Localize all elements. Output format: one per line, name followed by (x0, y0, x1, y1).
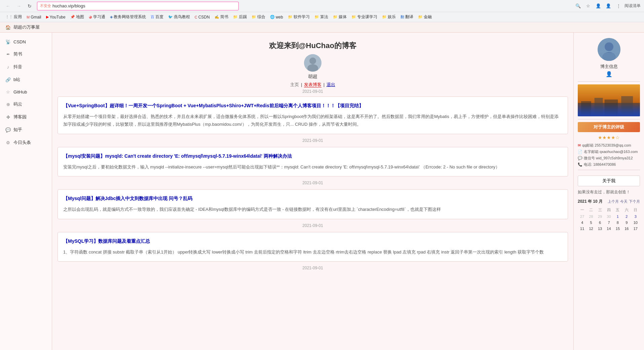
cal-day-1[interactable]: 1 (613, 213, 622, 220)
cal-day-7[interactable]: 7 (604, 220, 613, 226)
cal-day-2[interactable]: 2 (622, 213, 631, 220)
profile-icon[interactable]: 👤 (594, 2, 602, 10)
bookmark-youtube[interactable]: ▶ YouTube (44, 14, 68, 21)
welcome-date: 2021-09-01 (58, 89, 568, 94)
cal-day-13[interactable]: 13 (596, 226, 604, 232)
cal-day-9[interactable]: 9 (622, 220, 631, 226)
security-warning: 不安全 (40, 3, 51, 8)
weekday-wed: 三 (596, 206, 604, 213)
cal-day-8[interactable]: 8 (613, 220, 622, 226)
right-sidebar: 博主信息 👤 (573, 33, 644, 350)
bookmark-professional[interactable]: 📁 专业课学习 (349, 13, 379, 21)
cal-day-14[interactable]: 14 (604, 226, 613, 232)
bookmark-media[interactable]: 📁 媒体 (331, 13, 349, 21)
bookmark-apps[interactable]: ⋮⋮ 应用 (3, 13, 24, 21)
bookmark-csdn[interactable]: C CSDN (193, 14, 212, 21)
bookmark-map[interactable]: 📌 地图 (68, 13, 86, 21)
address-bar[interactable]: 不安全 huchao.vip/blogs (37, 2, 239, 10)
article-title-0[interactable]: 【Vue+SpringBoot】超详细！一周开发一个SpringBoot + V… (63, 102, 562, 109)
cal-day-27[interactable]: 27 (578, 213, 586, 220)
cal-day-16[interactable]: 16 (622, 226, 631, 232)
sidebar-label-github: GitHub (13, 89, 27, 94)
cal-day-6[interactable]: 6 (596, 220, 604, 226)
bookmark-xuetong[interactable]: ◕ 学习通 (87, 13, 107, 21)
search-icon[interactable]: 🔍 (574, 2, 582, 10)
sidebar-label-douyin: 抖音 (13, 64, 22, 70)
sidebar-item-github[interactable]: ☆ GitHub (0, 86, 52, 98)
cal-day-11[interactable]: 11 (578, 226, 586, 232)
divider-3 (578, 170, 640, 170)
bookmark-jwgl[interactable]: ◈ 教务网络管理系统 (108, 13, 148, 21)
bookmark-web[interactable]: 🌐 web (268, 14, 285, 21)
youtube-icon: ▶ (46, 15, 49, 19)
baidu-icon: 百 (151, 14, 154, 20)
translate-icon: 翻 (401, 14, 404, 20)
article-title-2[interactable]: 【Mysql问题】解决Jdbc插入中文到数据库中出现 问号？乱码 (63, 195, 562, 202)
sidebar-item-gitee[interactable]: ⊕ 码云 (0, 98, 52, 111)
cal-day-4[interactable]: 4 (578, 220, 586, 226)
bookmark-entertainment[interactable]: 📁 娱乐 (380, 13, 398, 21)
bookmark-runoob[interactable]: 🐦 燕鸟教程 (166, 13, 192, 21)
post-link[interactable]: 发表博客 (304, 82, 321, 87)
cal-day-12[interactable]: 12 (586, 226, 595, 232)
exit-link[interactable]: 退出 (327, 82, 335, 87)
prev-month-button[interactable]: 上个月 (608, 199, 619, 204)
cal-day-10[interactable]: 10 (631, 220, 640, 226)
account-icon[interactable]: 👤 (604, 2, 612, 10)
cal-day-30[interactable]: 30 (604, 213, 613, 220)
forward-button[interactable]: → (14, 1, 24, 11)
author-name: 胡超 (58, 74, 568, 80)
about-button[interactable]: 关于我 (578, 176, 640, 186)
rating-title: 对于博主的评级 (578, 122, 640, 132)
home-link[interactable]: 主页 (290, 82, 299, 87)
sidebar-item-douyin[interactable]: ♪ 抖音 (0, 61, 52, 73)
svg-rect-9 (581, 101, 591, 116)
bookmark-algo[interactable]: 📁 算法 (312, 13, 330, 21)
sidebar-item-bilibili[interactable]: 🔗 b站 (0, 73, 52, 86)
weekday-sat: 六 (622, 206, 631, 213)
today-button[interactable]: 今天 (620, 199, 628, 204)
cal-day-3[interactable]: 3 (631, 213, 640, 220)
sidebar-label-bilibili: b站 (13, 77, 20, 83)
calendar-row-2: 11 12 13 14 15 16 17 (578, 226, 640, 232)
article-title-3[interactable]: 【MySQL学习】数据库问题及着重点汇总 (63, 238, 562, 245)
weekday-thu: 四 (604, 206, 613, 213)
calendar-section: 2021 年 10 月 上个月 今天 下个月 一 二 三 四 (578, 199, 640, 232)
article-date-0: 2021-09-01 (58, 134, 568, 147)
bookmarks-bar: ⋮⋮ 应用 M Gmail ▶ YouTube 📌 地图 ◕ 学习通 ◈ 教务网… (0, 12, 644, 22)
reload-button[interactable]: ↻ (25, 1, 34, 11)
cal-day-28[interactable]: 28 (586, 213, 595, 220)
bookmark-gmail[interactable]: M Gmail (25, 14, 43, 21)
sidebar-item-jianshu[interactable]: ✒ 简书 (0, 48, 52, 61)
sidebar-item-toutiao[interactable]: ⚙ 今日头条 (0, 136, 52, 149)
sidebar-item-csdn[interactable]: 📡 CSDN (0, 36, 52, 48)
cal-day-17[interactable]: 17 (631, 226, 640, 232)
sidebar-item-cnblogs[interactable]: ✤ 博客园 (0, 111, 52, 123)
read-mode-text[interactable]: 阅读清单 (624, 3, 641, 9)
cal-day-29[interactable]: 29 (596, 213, 604, 220)
site-header: 🏠 胡超の万事屋 (0, 22, 644, 33)
bookmark-software[interactable]: 📁 软件学习 (286, 13, 312, 21)
next-month-button[interactable]: 下个月 (629, 199, 640, 204)
article-title-1[interactable]: 【mysql安装问题】mysqld: Can't create director… (63, 153, 562, 160)
bookmark-houti[interactable]: 📁 后踢 (231, 13, 249, 21)
cal-day-15[interactable]: 15 (613, 226, 622, 232)
bookmark-finance[interactable]: 📁 金融 (416, 13, 434, 21)
houti-icon: 📁 (233, 15, 238, 19)
back-button[interactable]: ← (3, 1, 13, 11)
bookmark-baidu[interactable]: 百 百度 (149, 13, 165, 21)
professional-icon: 📁 (351, 15, 356, 19)
bookmark-zonghe[interactable]: 📁 综合 (250, 13, 267, 21)
cal-day-5[interactable]: 5 (586, 220, 595, 226)
toutiao-sidebar-icon: ⚙ (5, 140, 11, 145)
sidebar-item-zhihu[interactable]: 💬 知乎 (0, 123, 52, 136)
bookmark-translate[interactable]: 翻 翻译 (399, 13, 415, 21)
map-icon: 📌 (70, 15, 75, 19)
menu-icon[interactable]: ⋮ (614, 2, 622, 10)
jianshu-sidebar-icon: ✒ (5, 52, 11, 57)
divider-1 (578, 81, 640, 82)
bookmark-icon[interactable]: ☆ (584, 2, 592, 10)
bookmark-jianshu[interactable]: ✍ 简书 (213, 13, 230, 21)
sidebar-label-toutiao: 今日头条 (13, 140, 31, 146)
bilibili-sidebar-icon: 🔗 (5, 77, 11, 82)
